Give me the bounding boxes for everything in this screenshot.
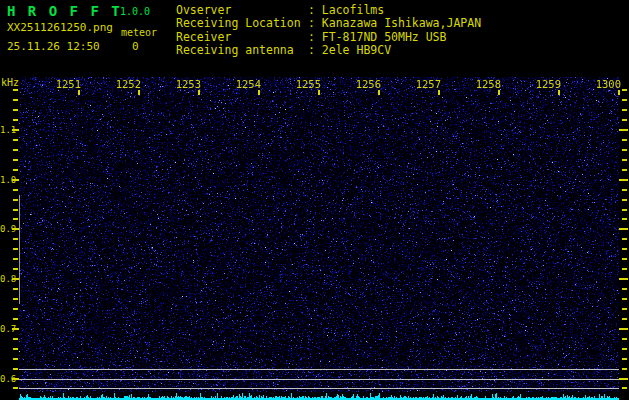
info-row-observer: Ovserver: Lacofilms bbox=[176, 4, 481, 17]
y-minor-tick bbox=[13, 149, 18, 151]
info-value: : 2ele HB9CV bbox=[308, 43, 391, 57]
time-tick-label: 1258 bbox=[471, 78, 501, 90]
y-minor-tick bbox=[13, 387, 18, 389]
y-minor-tick-right bbox=[622, 288, 627, 290]
time-tick-label: 1259 bbox=[531, 78, 561, 90]
y-minor-tick bbox=[13, 348, 18, 350]
y-major-tick bbox=[12, 378, 19, 380]
y-minor-tick-right bbox=[622, 348, 627, 350]
y-minor-tick-right bbox=[622, 119, 627, 121]
y-minor-tick bbox=[13, 209, 18, 211]
y-minor-tick-right bbox=[622, 368, 627, 370]
y-minor-tick bbox=[13, 288, 18, 290]
y-minor-tick bbox=[13, 258, 18, 260]
y-minor-tick bbox=[13, 218, 18, 220]
time-tick bbox=[618, 90, 620, 95]
y-minor-tick bbox=[13, 99, 18, 101]
info-row-antenna: Receiving antenna: 2ele HB9CV bbox=[176, 44, 481, 57]
time-tick-label: 1255 bbox=[291, 78, 321, 90]
y-minor-tick-right bbox=[622, 338, 627, 340]
time-tick-label: 1300 bbox=[591, 78, 621, 90]
y-minor-tick-right bbox=[622, 89, 627, 91]
y-minor-tick bbox=[13, 338, 18, 340]
y-minor-tick bbox=[13, 139, 18, 141]
y-minor-tick bbox=[13, 358, 18, 360]
time-tick-label: 1251 bbox=[51, 78, 81, 90]
y-minor-tick bbox=[13, 268, 18, 270]
y-tick-label: 0.9 bbox=[0, 224, 12, 234]
y-tick-label: 1.0 bbox=[0, 175, 12, 185]
info-label: Receiving antenna bbox=[176, 44, 308, 57]
y-minor-tick-right bbox=[622, 139, 627, 141]
y-tick-label: 0.7 bbox=[0, 324, 12, 334]
y-minor-tick bbox=[13, 199, 18, 201]
y-minor-tick-right bbox=[622, 248, 627, 250]
y-minor-tick-right bbox=[622, 99, 627, 101]
time-tick bbox=[258, 90, 260, 95]
y-minor-tick-right bbox=[622, 318, 627, 320]
info-label: Ovserver bbox=[176, 4, 308, 17]
y-major-tick bbox=[12, 328, 19, 330]
time-tick-label: 1252 bbox=[111, 78, 141, 90]
y-minor-tick bbox=[13, 238, 18, 240]
time-tick-label: 1253 bbox=[171, 78, 201, 90]
y-major-tick-right bbox=[619, 278, 628, 280]
y-major-tick bbox=[12, 278, 19, 280]
timestamp: 25.11.26 12:50 bbox=[7, 40, 100, 53]
y-tick-label: 0.8 bbox=[0, 274, 12, 284]
output-filename: XX2511261250.png bbox=[7, 21, 113, 34]
y-major-tick bbox=[12, 129, 19, 131]
y-minor-tick-right bbox=[622, 218, 627, 220]
info-row-receiver: Receiver: FT-817ND 50MHz USB bbox=[176, 31, 481, 44]
info-value: : Kanazawa Ishikawa,JAPAN bbox=[308, 16, 481, 30]
y-major-tick-right bbox=[619, 129, 628, 131]
y-major-tick-right bbox=[619, 179, 628, 181]
info-label: Receiving Location bbox=[176, 17, 308, 30]
y-tick-label: 0.6 bbox=[0, 374, 12, 384]
y-minor-tick bbox=[13, 189, 18, 191]
y-minor-tick bbox=[13, 119, 18, 121]
time-tick bbox=[198, 90, 200, 95]
y-minor-tick bbox=[13, 368, 18, 370]
time-tick-label: 1254 bbox=[231, 78, 261, 90]
time-tick bbox=[378, 90, 380, 95]
info-value: : Lacofilms bbox=[308, 3, 384, 17]
meteor-count: 0 bbox=[132, 40, 139, 53]
y-minor-tick-right bbox=[622, 387, 627, 389]
y-minor-tick bbox=[13, 109, 18, 111]
y-minor-tick-right bbox=[622, 358, 627, 360]
y-minor-tick-right bbox=[622, 209, 627, 211]
station-info: Ovserver: Lacofilms Receiving Location: … bbox=[176, 4, 481, 58]
y-major-tick bbox=[12, 228, 19, 230]
info-label: Receiver bbox=[176, 31, 308, 44]
y-minor-tick-right bbox=[622, 258, 627, 260]
time-tick bbox=[558, 90, 560, 95]
y-major-tick-right bbox=[619, 228, 628, 230]
y-minor-tick bbox=[13, 318, 18, 320]
y-tick-label: 1.1 bbox=[0, 125, 12, 135]
info-value: : FT-817ND 50MHz USB bbox=[308, 30, 446, 44]
time-tick bbox=[438, 90, 440, 95]
app-title: H R O F F T bbox=[7, 3, 122, 19]
y-minor-tick-right bbox=[622, 149, 627, 151]
y-minor-tick-right bbox=[622, 159, 627, 161]
app-version: 1.0.0 bbox=[120, 6, 150, 17]
time-tick-label: 1257 bbox=[411, 78, 441, 90]
y-minor-tick-right bbox=[622, 298, 627, 300]
y-axis-unit-label: kHz bbox=[1, 77, 19, 88]
time-tick-label: 1256 bbox=[351, 78, 381, 90]
y-major-tick bbox=[12, 179, 19, 181]
y-minor-tick-right bbox=[622, 199, 627, 201]
y-minor-tick-right bbox=[622, 308, 627, 310]
y-minor-tick bbox=[13, 248, 18, 250]
y-major-tick-right bbox=[619, 378, 628, 380]
y-minor-tick-right bbox=[622, 109, 627, 111]
y-minor-tick-right bbox=[622, 189, 627, 191]
y-minor-tick-right bbox=[622, 268, 627, 270]
y-minor-tick bbox=[13, 159, 18, 161]
y-minor-tick bbox=[13, 308, 18, 310]
mode-label: meteor bbox=[121, 27, 157, 38]
y-minor-tick-right bbox=[622, 238, 627, 240]
y-minor-tick bbox=[13, 169, 18, 171]
info-row-location: Receiving Location: Kanazawa Ishikawa,JA… bbox=[176, 17, 481, 30]
